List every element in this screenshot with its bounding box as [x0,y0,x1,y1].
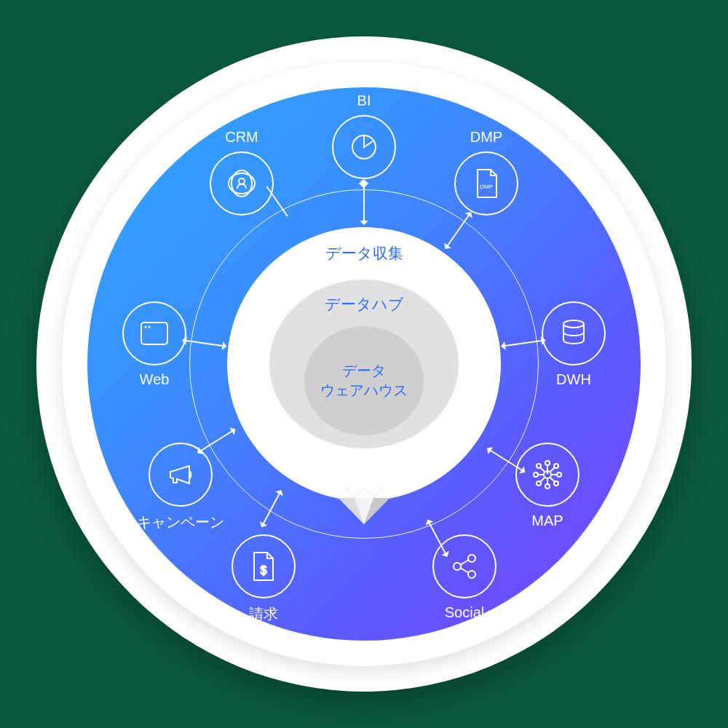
svg-line-26 [550,478,555,482]
node-billing-label: 請求 [191,604,336,624]
share-icon [432,534,496,598]
svg-text:DMP: DMP [480,183,493,190]
pie-chart-icon [332,115,396,179]
svg-point-14 [557,472,561,477]
svg-line-24 [550,467,555,472]
node-crm-label: CRM [169,129,314,146]
svg-point-11 [545,461,550,465]
file-dmp-icon: DMP [454,151,518,215]
svg-point-10 [547,472,549,474]
node-map: MAP [515,443,579,507]
data-hub-label: データハブ [269,294,459,314]
node-dmp: DMP DMP [454,151,518,215]
node-bi-label: BI [291,92,437,109]
invoice-dollar-icon: $ [232,534,296,598]
node-dmp-label: DMP [414,129,559,146]
node-web-label: Web [82,371,227,388]
node-campaign-label: キャンペーン [108,513,253,532]
svg-point-3 [239,178,245,184]
database-icon [542,301,606,365]
svg-point-29 [468,555,475,562]
node-bi: BI [332,115,396,179]
node-social-label: Social [392,604,537,621]
node-dwh: DWH [542,301,606,365]
svg-text:$: $ [261,564,267,577]
svg-line-23 [540,467,545,472]
crm-user-icon [210,151,274,215]
svg-line-32 [460,568,469,573]
browser-window-icon [122,301,186,365]
node-map-label: MAP [475,513,620,529]
node-dwh-label: DWH [501,371,646,388]
node-web: Web [122,301,186,365]
data-warehouse-circle: データウェアハウス [304,326,424,435]
svg-marker-34 [339,488,389,498]
svg-line-25 [540,478,545,482]
svg-point-13 [534,472,538,477]
network-hub-icon [515,443,579,507]
svg-point-8 [563,320,584,328]
svg-line-31 [460,560,469,565]
svg-rect-5 [141,323,167,344]
svg-point-6 [145,326,147,328]
megaphone-icon [149,443,213,507]
node-social: Social [432,534,496,598]
data-collection-label: データ収集 [227,243,501,264]
node-billing: 請求 $ [232,534,296,598]
data-warehouse-label: データウェアハウス [320,361,408,400]
node-campaign: キャンペーン [149,443,213,507]
arrow-bi-v [363,184,365,221]
diamond-icon [337,486,391,529]
svg-point-12 [545,484,550,488]
svg-point-28 [454,563,461,570]
node-crm: CRM [210,151,274,215]
svg-point-30 [468,571,475,578]
svg-point-7 [149,326,151,328]
